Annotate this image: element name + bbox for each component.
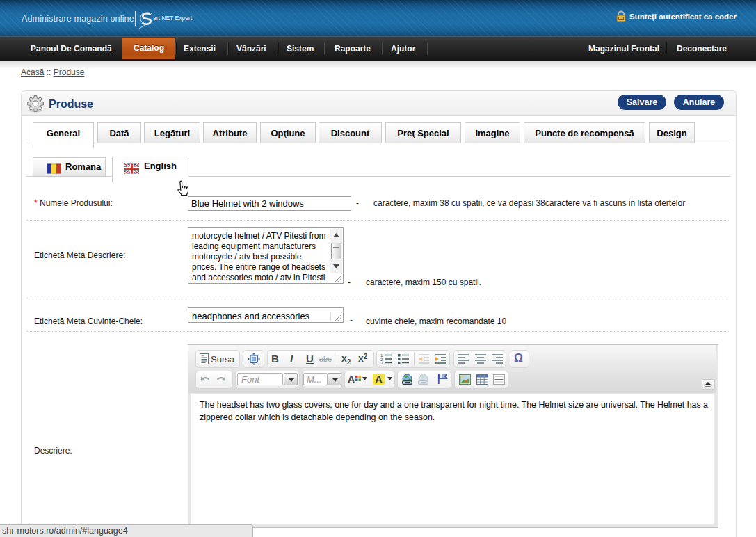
svg-text:art NET Expert: art NET Expert <box>153 15 193 22</box>
svg-text:3: 3 <box>380 361 383 364</box>
